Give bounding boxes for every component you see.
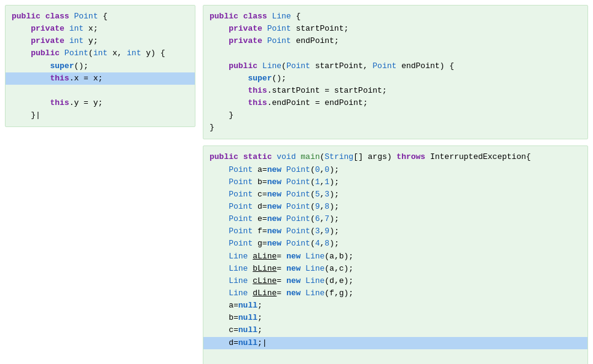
right-panel: public class Line { private Point startP… [203, 5, 588, 359]
line-class-block: public class Line { private Point startP… [203, 5, 588, 139]
point-class-block: public class Point { private int x; priv… [5, 5, 195, 127]
left-panel: public class Point { private int x; priv… [5, 5, 195, 359]
main-method-block: public static void main(String[] args) t… [203, 145, 588, 364]
code-container: public class Point { private int x; priv… [0, 0, 593, 364]
